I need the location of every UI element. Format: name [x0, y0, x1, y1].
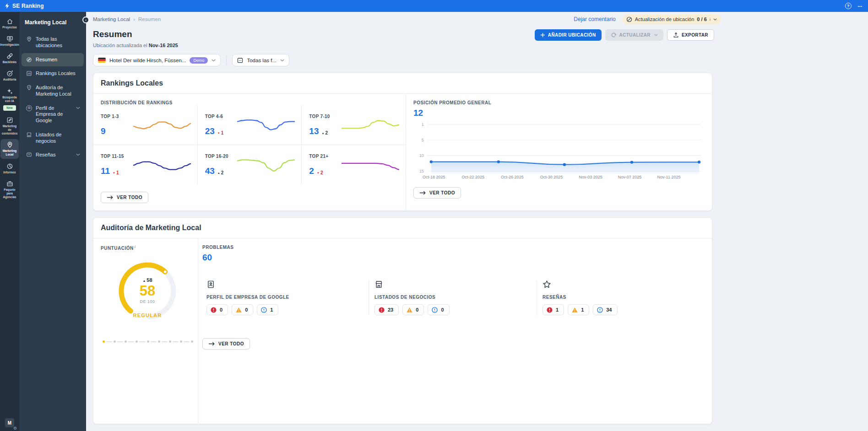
rail-item-label: Marketing de contenidos: [1, 124, 18, 135]
quota-value: 0 / 6: [697, 16, 706, 22]
top-row-actions: Dejar comentario Actualización de ubicac…: [574, 15, 721, 24]
timeline-connector: [117, 341, 123, 342]
sidebar-item-resumen[interactable]: Resumen: [22, 53, 84, 67]
leave-comment-link[interactable]: Dejar comentario: [574, 16, 615, 22]
x-axis-label: Nov-03 2025: [579, 175, 602, 179]
sidebar-item-resenas[interactable]: Reseñas: [22, 148, 84, 162]
rankings-ver-todo-button[interactable]: VER TODO: [101, 192, 148, 203]
pin-check-icon: [26, 85, 32, 91]
timeline-dot: [180, 340, 182, 343]
arrow-right-icon: [208, 341, 215, 346]
export-button[interactable]: EXPORTAR: [667, 29, 714, 41]
date-range-select[interactable]: Todas las f...: [232, 54, 289, 66]
refresh-button[interactable]: ACTUALIZAR: [605, 29, 663, 41]
ai-sparkles-icon: [6, 88, 13, 95]
sidebar-collapse-button[interactable]: [82, 16, 89, 23]
average-position-section: POSICIÓN PROMEDIO GENERAL 12 151015 Oct-…: [406, 94, 712, 210]
bolt-logo-icon: [5, 3, 10, 9]
sidebar-item-label: Auditoría de Marketing Local: [36, 85, 80, 97]
notices-chip: 1: [257, 304, 278, 315]
rank-card-top-21plus: TOP 21+ 22: [301, 145, 406, 184]
rail-item-label: Paquete para Agencias: [1, 188, 18, 199]
rail-item-investigacion[interactable]: Investigación: [0, 33, 19, 48]
notice-icon: [261, 307, 267, 313]
chevron-down-icon: [713, 18, 717, 21]
chevron-down-icon: [212, 59, 216, 62]
avg-position-ver-todo-button[interactable]: VER TODO: [413, 187, 461, 199]
sidebar-item-label: Reseñas: [36, 152, 55, 158]
svg-text:10: 10: [419, 153, 424, 158]
sparkline-top-16-20: [237, 156, 295, 173]
location-select[interactable]: Hotel Der wilde Hirsch, Füssen... Demo: [93, 54, 221, 66]
warnings-chip: 0: [232, 304, 253, 315]
rail-item-label: Proyectos: [2, 26, 16, 29]
rail-item-proyectos[interactable]: Proyectos: [0, 16, 19, 31]
rail-item-informes[interactable]: Informes: [0, 161, 19, 176]
link-icon: [6, 53, 13, 59]
timeline-connector: [173, 341, 179, 342]
errors-chip: 1: [542, 304, 564, 315]
auditoria-card: Auditoría de Marketing Local PUNTUACIÓNi…: [93, 217, 712, 424]
x-axis-label: Oct-30 2025: [540, 175, 563, 179]
timeline-dot: [158, 340, 160, 343]
sparkline-top-11-15: [133, 156, 191, 173]
score-gauge: 58 58 DE 100 REGULAR: [113, 258, 182, 328]
rail-item-paquete-para-agencias[interactable]: Paquete para Agencias: [0, 178, 19, 201]
rail-item-auditoria[interactable]: Auditoría: [0, 68, 19, 83]
add-location-label: AÑADIR UBICACIÓN: [548, 32, 596, 38]
sidebar-item-listados-de-negocios[interactable]: Listados de negocios: [22, 128, 84, 148]
date-range-value: Todas las f...: [247, 58, 277, 63]
issue-group-resenas: RESEÑAS 1 1: [537, 280, 705, 315]
sidebar-item-perfil-de-empresa-de-google[interactable]: Perfil de Empresa de Google: [22, 102, 84, 128]
main-content: Marketing Local Resumen Dejar comentario…: [86, 12, 868, 431]
add-location-button[interactable]: AÑADIR UBICACIÓN: [535, 29, 602, 41]
review-comment-icon: [26, 152, 32, 158]
rank-card-top-11-15: TOP 11-15 111: [93, 145, 197, 184]
germany-flag-icon: [98, 58, 106, 63]
rail-item-marketing-local[interactable]: Marketing Local: [0, 139, 19, 158]
brand[interactable]: SE Ranking: [5, 3, 44, 9]
map-pin-icon: [6, 141, 13, 148]
errors-chip: 23: [374, 304, 399, 315]
export-label: EXPORTAR: [682, 32, 708, 38]
timeline-dot: [147, 340, 149, 343]
help-icon[interactable]: [845, 3, 852, 9]
sidebar-item-rankings-locales[interactable]: Rankings Locales: [22, 67, 84, 81]
issue-groups: PERFIL DE EMPRESA DE GOOGLE 0 0: [202, 280, 705, 315]
location-update-quota[interactable]: Actualización de ubicación 0 / 6 i: [622, 15, 721, 24]
sidebar-item-auditoria-de-marketing-local[interactable]: Auditoría de Marketing Local: [22, 81, 84, 101]
app-shell: Proyectos Investigación Backlinks Audito…: [0, 12, 868, 431]
score-history-slider[interactable]: [103, 340, 193, 343]
sparkline-top-21plus: [342, 156, 399, 173]
warnings-chip: 0: [402, 304, 424, 315]
more-menu-icon[interactable]: [858, 3, 863, 9]
location-value: Hotel Der wilde Hirsch, Füssen...: [109, 58, 186, 63]
marketing-local-sidebar: Marketing Local Todas las ubicaciones Re…: [19, 12, 86, 431]
breadcrumb-parent[interactable]: Marketing Local: [93, 16, 130, 22]
settings-gear-icon[interactable]: [13, 426, 17, 431]
home-icon: [6, 18, 13, 25]
notice-icon: [432, 307, 438, 313]
info-marker: i: [710, 17, 711, 22]
audit-ver-todo-button[interactable]: VER TODO: [202, 338, 250, 350]
rail-item-marketing-de-contenidos[interactable]: Marketing de contenidos: [0, 114, 19, 137]
notice-icon: [597, 307, 603, 313]
calendar-icon: [237, 57, 243, 63]
breadcrumb-row: Marketing Local Resumen Dejar comentario…: [93, 12, 721, 26]
timeline-dot: [114, 340, 116, 343]
rail-item-label: Investigación: [0, 43, 19, 47]
sidebar-item-todas-las-ubicaciones[interactable]: Todas las ubicaciones: [22, 32, 84, 53]
header-actions: AÑADIR UBICACIÓN ACTUALIZAR EXPORTAR: [535, 29, 714, 41]
rail-item-backlinks[interactable]: Backlinks: [0, 50, 19, 66]
warning-icon: [407, 307, 412, 313]
auditoria-card-title: Auditoría de Marketing Local: [93, 218, 712, 238]
updated-date: Nov-16 2025: [149, 43, 178, 48]
change-down: 1: [113, 170, 119, 175]
breadcrumb: Marketing Local Resumen: [93, 16, 161, 22]
score-label: PUNTUACIÓNi: [101, 245, 194, 251]
compass-icon: [26, 57, 32, 63]
rail-item-busqueda-con-ia[interactable]: Búsqueda con IA New: [0, 86, 19, 113]
change-down: 1: [217, 130, 224, 135]
quota-label: Actualización de ubicación: [635, 16, 694, 22]
storefront-icon: [374, 280, 383, 289]
